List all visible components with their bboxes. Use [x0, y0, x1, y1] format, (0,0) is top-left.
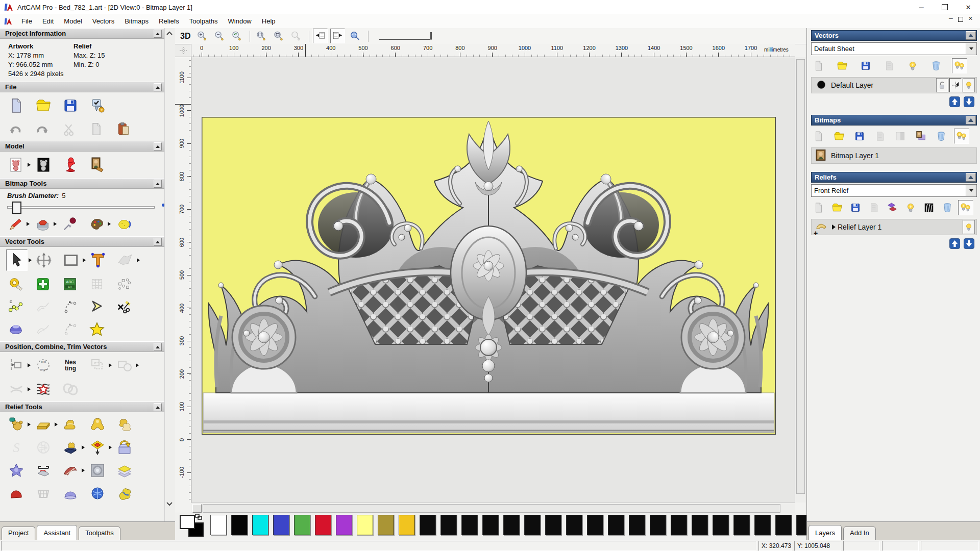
palette-swatch-4[interactable]	[294, 515, 310, 535]
tab-project[interactable]: Project	[2, 527, 35, 540]
constant-height-relief-icon[interactable]	[33, 414, 54, 435]
stack-relief-layers-icon[interactable]	[885, 200, 900, 215]
menu-bitmaps[interactable]: Bitmaps	[119, 15, 154, 27]
create-rectangle-icon[interactable]	[60, 249, 82, 271]
tab-add-in[interactable]: Add In	[843, 527, 876, 540]
zoom-in-icon[interactable]	[194, 29, 209, 43]
nesting-icon[interactable]: Nesting	[60, 355, 81, 375]
zoom-object-icon[interactable]	[288, 29, 303, 43]
tab-layers[interactable]: Layers	[808, 525, 842, 540]
merge-vector-layers-icon[interactable]	[881, 58, 897, 73]
layer-visibility-icon[interactable]	[963, 78, 975, 92]
palette-swatch-3[interactable]	[273, 515, 289, 535]
palette-swatch-21[interactable]	[650, 515, 666, 535]
h-scroll-thumb[interactable]	[203, 504, 780, 513]
move-relief-up-button[interactable]	[949, 238, 961, 248]
flyout-arrow-icon[interactable]	[28, 363, 31, 367]
palette-swatch-10[interactable]	[420, 515, 436, 535]
zoom-box-icon[interactable]	[254, 29, 268, 43]
align-vectors-icon[interactable]	[6, 355, 27, 375]
palette-swatch-16[interactable]	[545, 515, 561, 535]
new-vector-layer-icon[interactable]	[811, 58, 826, 73]
show-all-relief-layers-icon[interactable]	[958, 200, 973, 215]
maximize-button[interactable]	[933, 0, 957, 14]
greyscale-from-model-icon[interactable]	[6, 155, 27, 175]
show-all-vector-layers-icon[interactable]	[952, 58, 967, 73]
vector-layer-row[interactable]: Default Layer	[811, 77, 977, 93]
v-scroll-thumb[interactable]	[796, 59, 805, 494]
scroll-down-icon[interactable]	[166, 502, 173, 506]
gradient-layer-icon[interactable]	[893, 129, 908, 144]
pan-button[interactable]	[192, 504, 202, 513]
move-layer-up-button[interactable]	[949, 96, 961, 107]
flyout-arrow-icon[interactable]	[82, 468, 85, 472]
palette-swatch-6[interactable]	[336, 515, 352, 535]
measure-icon[interactable]	[6, 274, 26, 294]
collapse-section-button[interactable]	[154, 30, 162, 38]
vertical-scrollbar[interactable]	[795, 57, 806, 503]
palette-swatch-25[interactable]	[733, 515, 750, 535]
ruler-origin-icon[interactable]	[175, 44, 191, 57]
menu-file[interactable]: File	[16, 15, 37, 27]
tab-assistant[interactable]: Assistant	[37, 525, 77, 540]
collapse-bitmaps-button[interactable]	[966, 116, 976, 124]
bitmap-layer-row[interactable]: Bitmap Layer 1	[811, 147, 977, 164]
palette-swatch-26[interactable]	[754, 515, 771, 535]
flyout-arrow-icon[interactable]	[83, 258, 86, 262]
move-layer-down-button[interactable]	[963, 96, 975, 107]
flyout-arrow-icon[interactable]	[55, 422, 58, 427]
menu-toolpaths[interactable]: Toolpaths	[184, 15, 223, 27]
open-bitmap-layer-icon[interactable]	[831, 129, 847, 144]
paste-icon[interactable]	[114, 120, 133, 138]
menu-model[interactable]: Model	[59, 15, 87, 27]
open-model-icon[interactable]	[33, 95, 54, 116]
menu-window[interactable]: Window	[223, 15, 257, 27]
flyout-arrow-icon[interactable]	[28, 163, 31, 167]
relief-layers-icon[interactable]	[114, 460, 135, 481]
save-vector-layer-icon[interactable]	[858, 58, 873, 73]
palette-swatch-22[interactable]	[671, 515, 687, 535]
palette-swatch-0[interactable]	[210, 515, 227, 535]
offset-relief-icon[interactable]	[87, 437, 108, 458]
collapse-section-button[interactable]	[154, 83, 162, 91]
block-copy-icon[interactable]	[87, 355, 108, 375]
flyout-arrow-icon[interactable]	[28, 387, 31, 391]
join-vectors-icon[interactable]	[87, 297, 107, 316]
undo-icon[interactable]	[6, 120, 24, 138]
extrude-icon[interactable]	[114, 483, 135, 504]
arc-editing-icon[interactable]	[60, 297, 80, 316]
smooth-relief-icon[interactable]	[60, 414, 81, 435]
palette-swatch-2[interactable]	[252, 515, 268, 535]
scroll-up-icon[interactable]	[166, 31, 173, 35]
dome-wizard-icon[interactable]	[60, 483, 81, 504]
calculate-relief-icon[interactable]	[6, 414, 27, 435]
lighting-icon[interactable]	[60, 155, 81, 175]
brush-diameter-slider[interactable]	[7, 202, 168, 212]
vector-sheet-select[interactable]: Default Sheet	[811, 42, 977, 55]
layer-colour-swatch[interactable]	[816, 79, 827, 92]
slider-thumb[interactable]	[12, 202, 21, 214]
mdi-window-controls[interactable]: ─✕	[949, 15, 973, 22]
palette-swatch-18[interactable]	[587, 515, 603, 535]
palette-swatch-15[interactable]	[524, 515, 541, 535]
zoom-fit-icon[interactable]	[271, 29, 286, 43]
texture-brush-icon[interactable]	[114, 214, 134, 234]
save-relief-layer-icon[interactable]	[848, 200, 863, 215]
redo-icon[interactable]	[33, 120, 52, 138]
relief-visibility-icon[interactable]	[963, 220, 975, 234]
turn-wizard-icon[interactable]	[6, 483, 27, 504]
merge-bitmap-layers-icon[interactable]	[872, 129, 888, 144]
trim-vectors-icon[interactable]	[6, 379, 27, 399]
show-all-bitmap-layers-icon[interactable]	[954, 129, 969, 144]
move-relief-down-button[interactable]	[963, 238, 975, 248]
weave-wizard-icon[interactable]	[33, 437, 54, 458]
tab-toolpaths[interactable]: Toolpaths	[79, 527, 120, 540]
palette-swatch-14[interactable]	[503, 515, 520, 535]
palette-swatch-1[interactable]	[231, 515, 248, 535]
face-wizard-icon[interactable]	[87, 483, 108, 504]
load-bitmap-icon[interactable]	[87, 155, 108, 175]
flyout-arrow-icon[interactable]	[137, 258, 140, 262]
bitmap-to-layer-icon[interactable]	[913, 129, 928, 144]
view-3d-button[interactable]: 3D	[180, 32, 190, 41]
palette-swatch-12[interactable]	[461, 515, 478, 535]
